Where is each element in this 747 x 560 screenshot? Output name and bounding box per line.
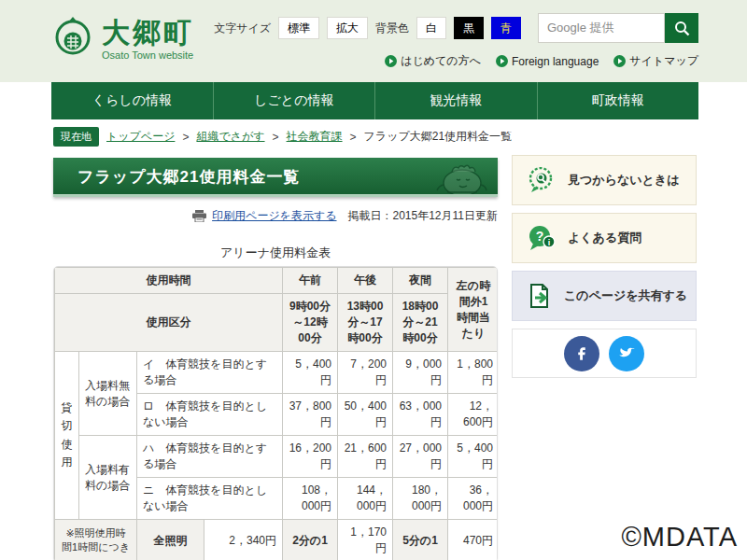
- link-sitemap[interactable]: サイトマップ: [613, 53, 698, 69]
- sidebar-not-found-button[interactable]: 見つからないときは: [512, 155, 697, 205]
- social-box: [512, 329, 697, 378]
- print-row: 印刷用ページを表示する 掲載日：2015年12月11日更新: [53, 208, 498, 224]
- group-free-admission: 入場料無料の場合: [79, 352, 137, 436]
- fee-pm: 21，600円: [338, 436, 393, 478]
- sidebar-faq-button[interactable]: ? i よくある質問: [512, 213, 697, 263]
- nav-item-tourism[interactable]: 観光情報: [374, 82, 537, 119]
- print-page-link[interactable]: 印刷用ページを表示する: [212, 208, 336, 224]
- post-date: 掲載日：2015年12月11日更新: [348, 208, 499, 224]
- site-subtitle: Osato Town website: [102, 49, 194, 61]
- category-header: 使用区分: [55, 294, 283, 352]
- header-tools: 文字サイズ 標準 拡大 背景色 白 黒 青 Google 提供: [214, 13, 698, 43]
- page: 大郷町 Osato Town website 文字サイズ 標準 拡大 背景色 白…: [0, 0, 747, 560]
- breadcrumb-separator: >: [273, 131, 279, 144]
- row-label: ロ 体育競技を目的としない場合: [137, 394, 283, 436]
- arena-table-caption: アリーナ使用料金表: [53, 245, 498, 261]
- fee-night: 9，000円: [393, 352, 448, 394]
- fee-pm: 144，000円: [338, 478, 393, 520]
- group-paid-admission: 入場料有料の場合: [79, 436, 137, 520]
- link-first-time-label: はじめての方へ: [401, 53, 481, 69]
- fee-am: 108，000円: [283, 478, 338, 520]
- fee-am: 37，800円: [283, 394, 338, 436]
- sidebar-share-label: このページを共有する: [564, 287, 687, 304]
- search-button[interactable]: [665, 13, 698, 43]
- nav-strip: くらしの情報 しごとの情報 観光情報 町政情報: [0, 82, 747, 119]
- fee-extra: 12，600円: [448, 394, 499, 436]
- nav-item-life[interactable]: くらしの情報: [51, 82, 213, 119]
- fee-night: 63，000円: [393, 394, 448, 436]
- fee-night: 27，000円: [393, 436, 448, 478]
- fee-extra: 1，800円: [448, 352, 499, 394]
- twitter-button[interactable]: [609, 336, 644, 371]
- fee-pm: 7，200円: [338, 352, 393, 394]
- share-page-icon: [528, 283, 552, 309]
- search-input[interactable]: Google 提供: [538, 13, 665, 43]
- lighting-row: ※照明使用時間1時間につき 全照明 2，340円 2分の1 1，170円 5分の…: [55, 520, 499, 560]
- font-size-large-button[interactable]: 拡大: [327, 17, 368, 39]
- nav-item-government[interactable]: 町政情報: [537, 82, 699, 119]
- fee-extra: 5，400円: [448, 436, 499, 478]
- table-row: 入場料有料の場合 ハ 体育競技を目的とする場合 16，200円 21，600円 …: [55, 436, 499, 478]
- row-label: ニ 体育競技を目的としない場合: [137, 478, 283, 520]
- logo-text: 大郷町 Osato Town website: [102, 11, 194, 61]
- mascot-icon: [421, 161, 490, 196]
- site-name: 大郷町: [102, 17, 194, 48]
- svg-text:i: i: [548, 238, 551, 247]
- link-first-time[interactable]: はじめての方へ: [385, 53, 481, 69]
- row-label: イ 体育競技を目的とする場合: [137, 352, 283, 394]
- site-logo[interactable]: 大郷町 Osato Town website: [51, 11, 194, 61]
- col-pm-time: 13時00分～17時00分: [338, 294, 393, 352]
- breadcrumb-separator: >: [182, 131, 189, 144]
- fee-extra: 36，000円: [448, 478, 499, 520]
- col-extra: 左の時間外1時間当たり: [448, 268, 499, 352]
- lighting-fifth-price: 470円: [448, 520, 499, 560]
- fee-pm: 50，400円: [338, 394, 393, 436]
- sidebar-share-button[interactable]: このページを共有する: [512, 271, 697, 321]
- facebook-icon: [573, 345, 590, 362]
- printer-icon: [192, 210, 206, 222]
- main-nav: くらしの情報 しごとの情報 観光情報 町政情報: [51, 82, 698, 119]
- bg-black-button[interactable]: 黒: [454, 17, 484, 39]
- col-night: 夜間: [393, 268, 448, 294]
- breadcrumb-home[interactable]: トップページ: [106, 129, 175, 145]
- lighting-half: 2分の1: [283, 520, 338, 560]
- breadcrumb-division[interactable]: 社会教育課: [287, 129, 343, 145]
- sidebar: 見つからないときは ? i よくある質問 このページを共有する: [512, 155, 697, 378]
- search-help-bubble-icon: [528, 167, 556, 193]
- arena-table: 使用時間 午前 午後 夜間 左の時間外1時間当たり 使用区分 9時00分～12時…: [53, 266, 498, 560]
- lighting-full-price: 2，340円: [204, 520, 283, 560]
- col-pm: 午後: [338, 268, 393, 294]
- facebook-button[interactable]: [564, 336, 599, 371]
- lighting-fifth: 5分の1: [393, 520, 448, 560]
- faq-bubble-icon: ? i: [528, 225, 556, 251]
- table-row: 貸切使用 入場料無料の場合 イ 体育競技を目的とする場合 5，400円 7，20…: [55, 352, 499, 394]
- col-am-time: 9時00分～12時00分: [283, 294, 338, 352]
- nav-item-work[interactable]: しごとの情報: [213, 82, 375, 119]
- search-box: Google 提供: [538, 13, 698, 43]
- arrow-circle-icon: [385, 55, 397, 67]
- twitter-icon: [617, 345, 636, 362]
- row-label: ハ 体育競技を目的とする場合: [137, 436, 283, 478]
- arrow-circle-icon: [496, 55, 508, 67]
- table-header-row: 使用時間 午前 午後 夜間 左の時間外1時間当たり: [55, 268, 499, 294]
- lighting-half-price: 1，170円: [338, 520, 393, 560]
- lighting-label: ※照明使用時間1時間につき: [55, 520, 137, 560]
- bg-blue-button[interactable]: 青: [491, 17, 521, 39]
- font-size-standard-button[interactable]: 標準: [278, 17, 319, 39]
- col-night-time: 18時00分～21時00分: [393, 294, 448, 352]
- sidebar-not-found-label: 見つからないときは: [568, 172, 679, 189]
- breadcrumb-current-page: フラップ大郷21使用料金一覧: [364, 129, 512, 145]
- breadcrumb: 現在地 トップページ > 組織でさがす > 社会教育課 > フラップ大郷21使用…: [0, 119, 747, 152]
- link-foreign-language[interactable]: Foreign language: [496, 55, 599, 68]
- arrow-circle-icon: [613, 55, 626, 67]
- site-header: 大郷町 Osato Town website 文字サイズ 標準 拡大 背景色 白…: [0, 0, 747, 82]
- main-column: フラップ大郷21使用料金一覧: [53, 158, 498, 560]
- table-header-row: 使用区分 9時00分～12時00分 13時00分～17時00分 18時00分～2…: [55, 294, 499, 352]
- time-header: 使用時間: [55, 268, 283, 294]
- fee-am: 16，200円: [283, 436, 338, 478]
- sidebar-faq-label: よくある質問: [568, 230, 641, 246]
- breadcrumb-org[interactable]: 組織でさがす: [196, 129, 264, 145]
- town-emblem-icon: [51, 11, 94, 60]
- bg-white-button[interactable]: 白: [416, 17, 446, 39]
- watermark: ©MDATA: [621, 522, 738, 553]
